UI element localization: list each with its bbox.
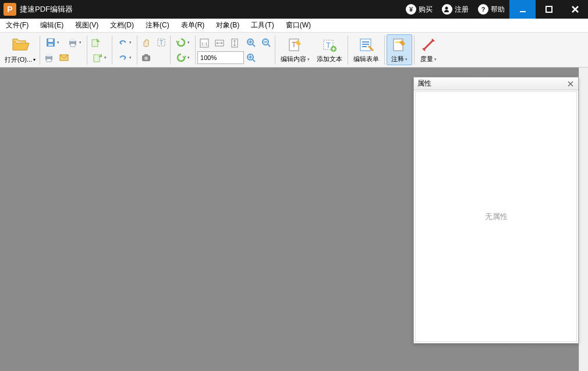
close-icon	[568, 81, 573, 87]
chevron-down-icon: ▾	[104, 55, 107, 60]
fit-width-button[interactable]	[212, 36, 226, 50]
measure-label: 度量	[420, 55, 433, 63]
measure-icon	[420, 36, 437, 54]
menu-bar: 文件(F) 编辑(E) 视图(V) 文档(D) 注释(C) 表单(R) 对象(B…	[0, 19, 588, 33]
undo-button[interactable]: ▾	[114, 36, 135, 50]
register-button[interactable]: 注册	[437, 0, 473, 19]
measure-button[interactable]: 度量▾	[416, 35, 441, 65]
menu-document[interactable]: 文档(D)	[104, 19, 140, 33]
svg-text:1:1: 1:1	[201, 41, 208, 47]
help-label: 帮助	[491, 5, 505, 15]
buy-button[interactable]: ¥ 购买	[401, 0, 437, 19]
toolbar-divider	[137, 36, 137, 65]
svg-rect-1	[520, 11, 526, 12]
chevron-down-icon: ▾	[434, 57, 437, 62]
svg-rect-2	[546, 6, 552, 12]
edit-content-icon: T	[286, 36, 304, 54]
minimize-button[interactable]	[509, 0, 536, 19]
export-button[interactable]	[89, 36, 103, 50]
chevron-down-icon: ▾	[129, 55, 132, 60]
vertical-scrollbar[interactable]	[579, 68, 588, 371]
svg-rect-10	[47, 54, 51, 56]
folder-open-icon	[11, 36, 30, 54]
annotation-label: 注释	[391, 55, 404, 63]
toolbar-divider	[87, 36, 87, 65]
import-button[interactable]: ▾	[89, 51, 110, 65]
snapshot-button[interactable]	[139, 51, 153, 65]
svg-rect-8	[70, 44, 75, 47]
app-icon: P	[3, 3, 16, 16]
actual-size-button[interactable]: 1:1	[197, 36, 211, 50]
menu-comment[interactable]: 注释(C)	[140, 19, 175, 33]
fit-page-button[interactable]	[228, 36, 242, 50]
menu-file[interactable]: 文件(F)	[0, 19, 34, 33]
close-button[interactable]	[562, 0, 588, 19]
svg-rect-11	[47, 59, 51, 62]
properties-title: 属性	[417, 79, 431, 89]
annotation-button[interactable]: 注释▾	[387, 34, 412, 65]
chevron-down-icon: ▾	[79, 40, 82, 45]
zoom-in-button[interactable]	[244, 36, 258, 50]
print-icon-button[interactable]	[42, 51, 56, 65]
properties-empty-text: 无属性	[485, 211, 508, 222]
svg-rect-33	[362, 41, 369, 43]
chevron-down-icon: ▾	[307, 57, 310, 62]
register-label: 注册	[455, 5, 469, 15]
annotation-icon	[391, 36, 408, 54]
panel-close-button[interactable]	[566, 80, 575, 88]
chevron-down-icon: ▾	[33, 57, 36, 62]
svg-rect-34	[362, 44, 369, 45]
menu-window[interactable]: 窗口(W)	[280, 19, 317, 33]
chevron-down-icon: ▾	[405, 57, 408, 62]
toolbar-divider	[275, 36, 275, 65]
menu-object[interactable]: 对象(B)	[210, 19, 245, 33]
toolbar-divider	[414, 36, 415, 65]
menu-form[interactable]: 表单(R)	[175, 19, 211, 33]
rotate-left-button[interactable]: ▾	[172, 36, 193, 50]
chevron-down-icon: ▾	[57, 40, 59, 45]
open-button[interactable]: 打开(O)...▾	[2, 34, 38, 65]
svg-text:T: T	[326, 41, 331, 50]
toolbar-divider	[348, 36, 348, 65]
add-text-icon: T	[321, 36, 338, 54]
hand-tool-button[interactable]	[139, 36, 153, 50]
mail-button[interactable]	[57, 51, 71, 65]
chevron-down-icon: ▾	[187, 55, 190, 60]
properties-panel: 属性 无属性	[413, 77, 579, 344]
edit-form-icon	[357, 36, 375, 54]
app-title: 捷速PDF编辑器	[20, 4, 73, 15]
question-icon: ?	[478, 4, 488, 15]
edit-content-button[interactable]: T 编辑内容▾	[277, 35, 313, 65]
title-bar: P 捷速PDF编辑器 ¥ 购买 注册 ? 帮助	[0, 0, 588, 19]
svg-rect-5	[48, 44, 53, 46]
toolbar-divider	[384, 36, 385, 65]
toolbar-divider	[195, 36, 196, 65]
svg-rect-4	[48, 39, 53, 42]
rotate-right-button[interactable]: ▾	[172, 51, 193, 65]
edit-content-label: 编辑内容	[281, 55, 306, 63]
open-label: 打开(O)...	[5, 55, 32, 64]
add-text-button[interactable]: T 添加文本	[313, 35, 346, 65]
properties-body: 无属性	[415, 91, 577, 342]
zoom-input[interactable]	[197, 51, 244, 64]
toolbar-divider	[170, 36, 171, 65]
redo-button[interactable]: ▾	[114, 51, 135, 65]
maximize-button[interactable]	[536, 0, 562, 19]
print-button[interactable]: ▾	[64, 36, 85, 50]
menu-edit[interactable]: 编辑(E)	[34, 19, 69, 33]
menu-view[interactable]: 视图(V)	[69, 19, 104, 33]
svg-text:T: T	[160, 40, 163, 46]
edit-form-button[interactable]: 编辑表单	[350, 35, 382, 65]
zoom-out-button[interactable]	[259, 36, 273, 50]
text-select-button[interactable]: T	[154, 36, 168, 50]
menu-tool[interactable]: 工具(T)	[245, 19, 279, 33]
toolbar: 打开(O)...▾ ▾ ▾	[0, 33, 588, 68]
buy-label: 购买	[419, 5, 433, 15]
save-button[interactable]: ▾	[42, 36, 63, 50]
zoom-marquee-button[interactable]	[244, 51, 258, 65]
svg-point-0	[445, 7, 448, 10]
help-button[interactable]: ? 帮助	[473, 0, 509, 19]
svg-rect-35	[362, 46, 367, 47]
edit-form-label: 编辑表单	[353, 55, 379, 63]
properties-header[interactable]: 属性	[414, 77, 578, 90]
